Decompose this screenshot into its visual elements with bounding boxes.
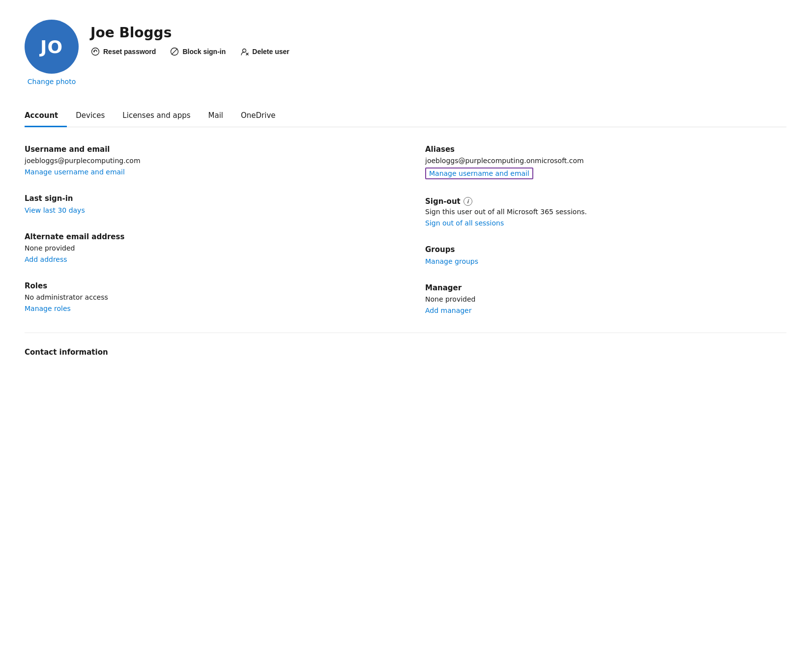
- aliases-section: Aliases joebloggs@purplecomputing.onmicr…: [425, 145, 786, 179]
- alternate-email-value: None provided: [25, 244, 386, 252]
- signout-label: Sign-out: [425, 197, 461, 206]
- header-section: JO Change photo Joe Bloggs Reset passwor…: [25, 20, 786, 85]
- last-signin-section: Last sign-in View last 30 days: [25, 194, 386, 215]
- avatar-container: JO Change photo: [25, 20, 79, 85]
- signout-title-container: Sign-out i: [425, 197, 786, 206]
- manage-groups-link[interactable]: Manage groups: [425, 257, 478, 265]
- add-manager-link[interactable]: Add manager: [425, 307, 471, 314]
- last-signin-title: Last sign-in: [25, 194, 386, 203]
- delete-user-button[interactable]: Delete user: [239, 47, 289, 56]
- tab-devices[interactable]: Devices: [67, 105, 114, 127]
- manager-value: None provided: [425, 295, 786, 303]
- roles-section: Roles No administrator access Manage rol…: [25, 281, 386, 313]
- tab-mail[interactable]: Mail: [200, 105, 232, 127]
- aliases-value: joebloggs@purplecomputing.onmicrosoft.co…: [425, 157, 786, 165]
- delete-user-icon: [239, 47, 249, 56]
- sign-out-all-sessions-link[interactable]: Sign out of all sessions: [425, 219, 504, 227]
- manage-roles-link[interactable]: Manage roles: [25, 305, 71, 312]
- groups-section: Groups Manage groups: [425, 245, 786, 266]
- signout-info-icon[interactable]: i: [463, 197, 472, 206]
- user-name: Joe Bloggs: [90, 25, 290, 41]
- block-signin-button[interactable]: Block sign-in: [170, 47, 226, 56]
- tabs-container: Account Devices Licenses and apps Mail O…: [25, 105, 786, 127]
- add-address-link[interactable]: Add address: [25, 255, 67, 263]
- avatar: JO: [25, 20, 79, 74]
- content-grid: Username and email joebloggs@purplecompu…: [25, 145, 786, 333]
- action-buttons: Reset password Block sign-in: [90, 47, 290, 56]
- groups-title: Groups: [425, 245, 786, 254]
- contact-info-section: Contact information: [25, 333, 786, 357]
- right-column: Aliases joebloggs@purplecomputing.onmicr…: [425, 145, 786, 333]
- manage-username-email-link-left[interactable]: Manage username and email: [25, 168, 125, 176]
- tab-licenses-apps[interactable]: Licenses and apps: [114, 105, 199, 127]
- manager-title: Manager: [425, 283, 786, 292]
- block-signin-icon: [170, 47, 179, 56]
- roles-title: Roles: [25, 281, 386, 290]
- contact-info-title: Contact information: [25, 348, 786, 357]
- change-photo-link[interactable]: Change photo: [28, 78, 76, 85]
- alternate-email-section: Alternate email address None provided Ad…: [25, 232, 386, 264]
- reset-password-button[interactable]: Reset password: [90, 47, 156, 56]
- signout-section: Sign-out i Sign this user out of all Mic…: [425, 197, 786, 227]
- roles-value: No administrator access: [25, 293, 386, 301]
- username-email-section: Username and email joebloggs@purplecompu…: [25, 145, 386, 176]
- left-column: Username and email joebloggs@purplecompu…: [25, 145, 386, 333]
- user-info: Joe Bloggs Reset password: [90, 20, 290, 56]
- svg-point-0: [92, 48, 99, 56]
- username-email-value: joebloggs@purplecomputing.com: [25, 157, 386, 165]
- manager-section: Manager None provided Add manager: [425, 283, 786, 315]
- tab-account[interactable]: Account: [25, 105, 67, 127]
- manage-username-email-link-right[interactable]: Manage username and email: [425, 168, 533, 179]
- signout-description: Sign this user out of all Microsoft 365 …: [425, 208, 786, 216]
- view-last-30-days-link[interactable]: View last 30 days: [25, 206, 85, 214]
- aliases-title: Aliases: [425, 145, 786, 154]
- username-email-title: Username and email: [25, 145, 386, 154]
- reset-password-icon: [90, 47, 100, 56]
- svg-line-2: [172, 49, 177, 55]
- alternate-email-title: Alternate email address: [25, 232, 386, 241]
- tab-onedrive[interactable]: OneDrive: [232, 105, 285, 127]
